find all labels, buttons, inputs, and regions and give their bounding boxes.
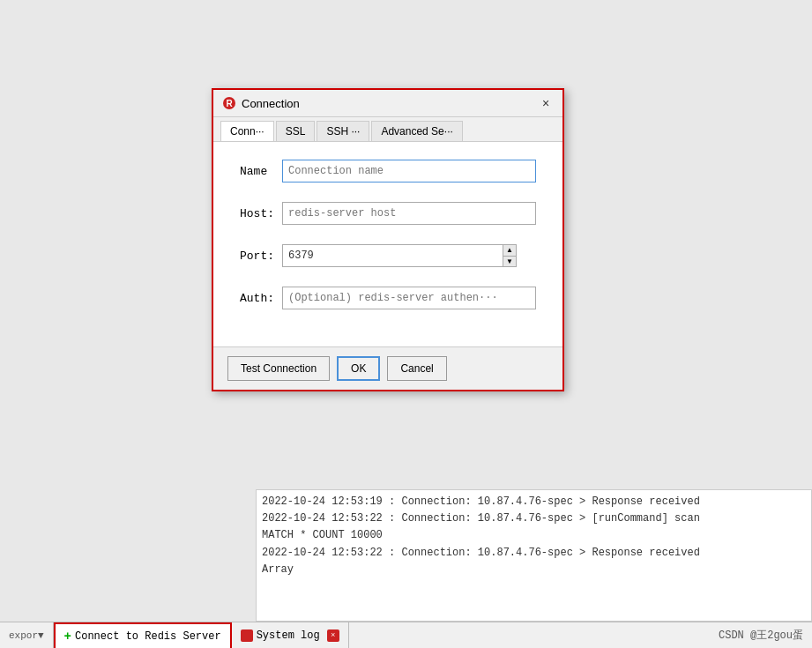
connect-tab-label: Connect to Redis Server (75, 630, 221, 643)
log-line: Array (262, 562, 806, 578)
tab-system-log[interactable]: System log × (232, 622, 349, 648)
svg-text:R: R (226, 99, 233, 108)
auth-label: Auth: (240, 292, 282, 305)
name-input[interactable] (282, 160, 536, 182)
auth-input[interactable] (282, 287, 536, 309)
dialog-tab-row: Conn··· SSL SSH ··· Advanced Se··· (213, 117, 562, 142)
dialog-title-left: R Connection (222, 96, 300, 110)
connection-dialog: R Connection × Conn··· SSL SSH ··· Advan… (212, 88, 564, 391)
tab-connect-redis[interactable]: + Connect to Redis Server (54, 622, 232, 648)
monitor-icon (241, 629, 253, 642)
dialog-body: Name Host: Port: ▲ ▼ Auth: (213, 142, 562, 346)
dialog-footer: Test Connection OK Cancel (213, 346, 562, 390)
right-watermark: CSDN @王2gou蛋 (719, 628, 803, 643)
dialog-close-button[interactable]: × (538, 95, 554, 111)
port-spinner-down[interactable]: ▼ (503, 257, 516, 267)
tab-ssh[interactable]: SSH ··· (317, 121, 369, 141)
plus-icon: + (64, 629, 71, 644)
ok-button[interactable]: OK (337, 356, 380, 381)
dialog-titlebar: R Connection × (213, 90, 562, 117)
name-label: Name (240, 165, 282, 178)
host-label: Host: (240, 207, 282, 220)
host-input[interactable] (282, 202, 536, 225)
cancel-button[interactable]: Cancel (387, 356, 446, 381)
port-label: Port: (240, 250, 282, 263)
port-spinner-up[interactable]: ▲ (503, 245, 516, 257)
system-log-label: System log (257, 629, 320, 642)
port-spinner: ▲ ▼ (503, 244, 517, 267)
log-area: 2022-10-24 12:53:19 : Connection: 10.87.… (256, 489, 812, 622)
tab-close-icon[interactable]: × (327, 629, 339, 642)
form-row-auth: Auth: (240, 287, 536, 309)
dialog-title-text: Connection (242, 97, 300, 110)
port-wrapper: ▲ ▼ (282, 244, 517, 267)
log-line: MATCH * COUNT 10000 (262, 527, 806, 544)
log-line: 2022-10-24 12:53:22 : Connection: 10.87.… (262, 510, 806, 527)
form-row-name: Name (240, 160, 536, 182)
log-line: 2022-10-24 12:53:19 : Connection: 10.87.… (262, 494, 806, 510)
tab-connection[interactable]: Conn··· (220, 121, 274, 141)
test-connection-button[interactable]: Test Connection (227, 356, 330, 381)
form-row-port: Port: ▲ ▼ (240, 244, 536, 267)
tab-bar: expor▼ + Connect to Redis Server System … (0, 622, 812, 648)
tab-ssl[interactable]: SSL (276, 121, 316, 141)
tab-expor[interactable]: expor▼ (0, 622, 54, 648)
form-row-host: Host: (240, 202, 536, 225)
redis-icon: R (222, 96, 236, 110)
log-line: 2022-10-24 12:53:22 : Connection: 10.87.… (262, 545, 806, 562)
tab-advanced[interactable]: Advanced Se··· (371, 121, 462, 141)
port-input[interactable] (282, 244, 503, 267)
